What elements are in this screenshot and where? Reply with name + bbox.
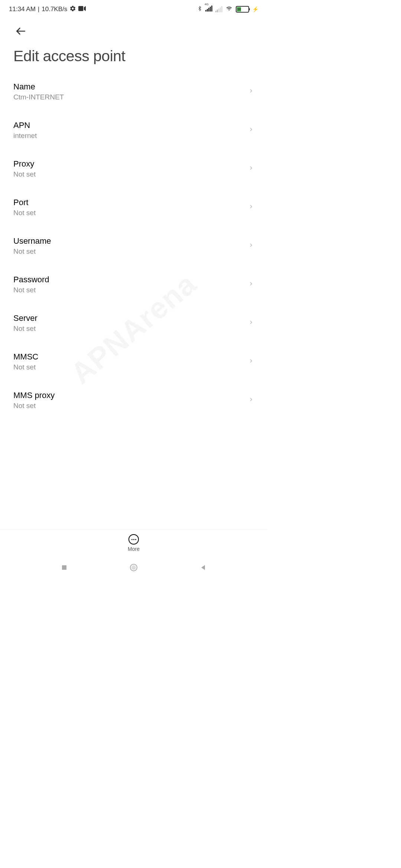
setting-value: Not set: [13, 286, 49, 294]
setting-row-mmsc[interactable]: MMSC Not set: [13, 342, 254, 381]
charging-icon: ⚡: [252, 6, 258, 12]
bottom-action-bar: More: [0, 529, 267, 556]
gear-icon: [69, 5, 76, 14]
chevron-right-icon: [248, 164, 254, 174]
more-label: More: [128, 546, 140, 552]
setting-title: Username: [13, 236, 51, 246]
setting-row-password[interactable]: Password Not set: [13, 265, 254, 304]
chevron-right-icon: [248, 318, 254, 328]
back-nav-button[interactable]: [198, 563, 208, 572]
setting-title: Server: [13, 313, 38, 323]
setting-title: APN: [13, 121, 37, 130]
status-right: 4G 38 ⚡: [197, 5, 258, 14]
more-icon: [128, 534, 139, 545]
setting-value: Ctm-INTERNET: [13, 93, 64, 101]
chevron-right-icon: [248, 202, 254, 213]
chevron-right-icon: [248, 356, 254, 367]
svg-rect-2: [62, 565, 66, 570]
status-bar: 11:34 AM | 10.7KB/s 4G: [0, 0, 267, 16]
chevron-right-icon: [248, 279, 254, 290]
setting-title: Password: [13, 275, 49, 285]
video-icon: [78, 6, 86, 13]
triangle-left-icon: [199, 564, 207, 571]
chevron-right-icon: [248, 86, 254, 97]
setting-value: Not set: [13, 402, 55, 410]
setting-row-port[interactable]: Port Not set: [13, 188, 254, 227]
arrow-left-icon: [15, 25, 27, 37]
setting-row-name[interactable]: Name Ctm-INTERNET: [13, 72, 254, 111]
setting-value: Not set: [13, 247, 51, 256]
recent-apps-button[interactable]: [59, 563, 69, 572]
setting-row-proxy[interactable]: Proxy Not set: [13, 149, 254, 188]
settings-list: Name Ctm-INTERNET APN internet Proxy Not…: [0, 72, 267, 420]
navigation-bar: [0, 556, 267, 579]
signal-4g: 4G: [205, 6, 212, 13]
setting-row-server[interactable]: Server Not set: [13, 304, 254, 342]
setting-value: internet: [13, 132, 37, 140]
wifi-icon: [225, 6, 233, 13]
setting-title: MMSC: [13, 352, 38, 362]
status-speed: 10.7KB/s: [42, 6, 67, 13]
setting-value: Not set: [13, 209, 36, 217]
status-time: 11:34 AM: [9, 6, 36, 13]
chevron-right-icon: [248, 395, 254, 405]
battery-icon: 38: [236, 6, 249, 13]
signal-bars-weak-icon: [215, 6, 222, 12]
chevron-right-icon: [248, 241, 254, 251]
setting-value: Not set: [13, 325, 38, 333]
setting-row-mms-proxy[interactable]: MMS proxy Not set: [13, 381, 254, 420]
bluetooth-icon: [197, 5, 202, 14]
setting-row-username[interactable]: Username Not set: [13, 227, 254, 265]
svg-point-4: [131, 565, 136, 570]
square-icon: [61, 564, 68, 571]
signal-bars-icon: [205, 6, 212, 11]
setting-title: Name: [13, 82, 64, 92]
home-button[interactable]: [129, 563, 138, 572]
chevron-right-icon: [248, 125, 254, 135]
svg-rect-0: [78, 6, 83, 11]
setting-value: Not set: [13, 170, 36, 178]
circle-icon: [129, 563, 138, 572]
setting-title: Proxy: [13, 159, 36, 169]
setting-title: Port: [13, 198, 36, 207]
settings-scroll[interactable]: APNArena Name Ctm-INTERNET APN internet …: [0, 72, 267, 579]
status-left: 11:34 AM | 10.7KB/s: [9, 5, 86, 14]
back-button[interactable]: [13, 24, 28, 39]
more-button[interactable]: More: [128, 534, 140, 552]
setting-row-apn[interactable]: APN internet: [13, 111, 254, 149]
header: Edit access point: [0, 16, 267, 65]
page-title: Edit access point: [13, 47, 254, 65]
setting-value: Not set: [13, 363, 38, 371]
setting-title: MMS proxy: [13, 391, 55, 400]
